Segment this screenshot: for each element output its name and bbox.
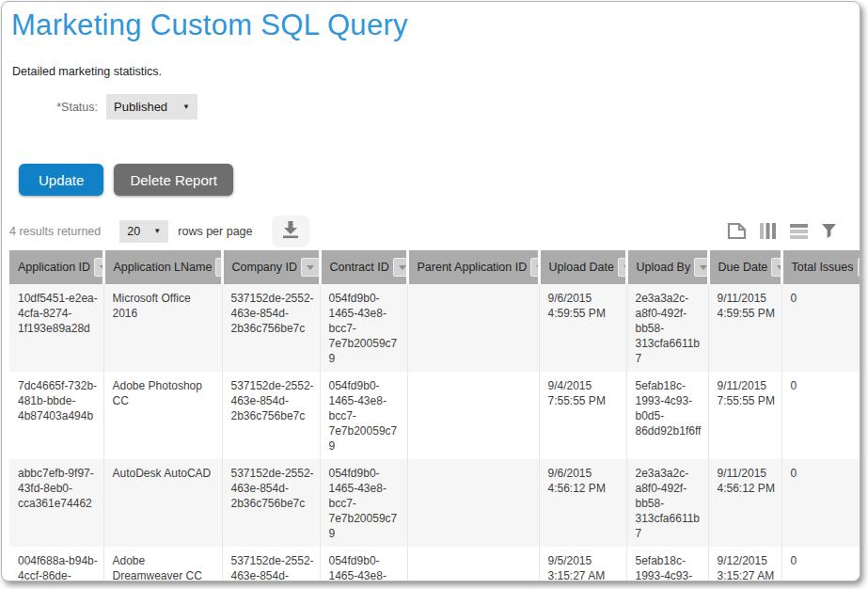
- column-header-company-id[interactable]: Company ID: [222, 250, 320, 284]
- action-buttons: Update Delete Report: [19, 164, 860, 196]
- cell-application-id: 7dc4665f-732b-481b-bbde-4b87403a494b: [9, 372, 103, 459]
- cell-application-lname: Microsoft Office 2016: [103, 284, 222, 372]
- column-header-label: Upload By: [637, 261, 691, 274]
- chevron-down-icon: [307, 265, 314, 270]
- table-row: 10df5451-e2ea-4cfa-8274-1f193e89a28d Mic…: [9, 284, 860, 372]
- cell-due-date: 9/11/2015 4:59:55 PM: [708, 284, 781, 372]
- status-field-row: *Status: Published ▼: [2, 94, 860, 119]
- column-header-label: Total Issues: [792, 261, 854, 274]
- cell-total-issues: 0: [781, 547, 860, 581]
- download-button[interactable]: [272, 215, 309, 247]
- download-icon: [280, 220, 301, 242]
- page-size-select[interactable]: 20 ▼: [119, 220, 168, 243]
- grid-view-icons: [727, 222, 837, 240]
- column-header-label: Application ID: [18, 261, 90, 274]
- cell-application-lname: AutoDesk AutoCAD: [103, 459, 222, 547]
- chevron-down-icon: ▼: [182, 103, 190, 111]
- column-filter-button[interactable]: [393, 258, 407, 277]
- column-header-due-date[interactable]: Due Date: [708, 250, 781, 284]
- table-body: 10df5451-e2ea-4cfa-8274-1f193e89a28d Mic…: [9, 284, 860, 581]
- cell-contract-id: 054fd9b0-1465-43e8-bcc7-7e7b20059c79: [320, 547, 407, 581]
- cell-company-id: 537152de-2552-463e-854d-2b36c756be7c: [222, 284, 320, 372]
- column-header-upload-date[interactable]: Upload Date: [539, 250, 626, 284]
- status-select-value: Published: [114, 100, 167, 114]
- cell-contract-id: 054fd9b0-1465-43e8-bcc7-7e7b20059c79: [320, 284, 407, 372]
- report-page: Marketing Custom SQL Query Detailed mark…: [1, 1, 860, 581]
- cell-company-id: 537152de-2552-463e-854d-2b36c756be7c: [222, 459, 320, 547]
- rows-icon[interactable]: [789, 223, 809, 239]
- cell-company-id: 537152de-2552-463e-854d-2b36c756be7c: [222, 547, 320, 581]
- column-header-label: Due Date: [718, 261, 768, 274]
- cell-upload-by: 2e3a3a2c-a8f0-492f-bb58-313cfa6611b7: [626, 459, 708, 547]
- column-filter-button[interactable]: [94, 258, 103, 277]
- status-label: *Status:: [2, 101, 98, 114]
- table-header-row: Application ID Application LName Company…: [9, 250, 860, 284]
- page-title: Marketing Custom SQL Query: [11, 4, 860, 47]
- column-filter-button[interactable]: [618, 258, 626, 277]
- cell-upload-by: 5efab18c-1993-4c93-b0d5-86dd92b1f6ff: [626, 547, 708, 581]
- results-count: 4 results returned: [9, 225, 101, 238]
- cell-upload-by: 2e3a3a2c-a8f0-492f-bb58-313cfa6611b7: [626, 284, 708, 372]
- column-header-label: Upload Date: [549, 261, 615, 274]
- cell-parent-application-id: [407, 372, 539, 459]
- cell-application-id: 004f688a-b94b-4ccf-86de-e4b9cbbb9cde: [9, 547, 103, 581]
- page-size-value: 20: [127, 225, 140, 238]
- chevron-down-icon: ▼: [153, 227, 161, 235]
- cell-parent-application-id: [407, 459, 539, 547]
- column-header-contract-id[interactable]: Contract ID: [320, 250, 407, 284]
- column-filter-button[interactable]: [771, 258, 781, 277]
- cell-parent-application-id: [407, 547, 539, 581]
- column-filter-button[interactable]: [530, 258, 539, 277]
- cell-application-lname: Adobe Photoshop CC: [103, 372, 222, 459]
- cell-upload-by: 5efab18c-1993-4c93-b0d5-86dd92b1f6ff: [626, 372, 708, 459]
- cell-contract-id: 054fd9b0-1465-43e8-bcc7-7e7b20059c79: [320, 372, 407, 459]
- cell-due-date: 9/12/2015 3:15:27 AM: [708, 547, 781, 581]
- column-header-label: Application LName: [114, 261, 213, 274]
- column-filter-button[interactable]: [215, 258, 222, 277]
- table-row: 004f688a-b94b-4ccf-86de-e4b9cbbb9cde Ado…: [9, 547, 860, 581]
- columns-icon[interactable]: [759, 222, 777, 240]
- column-header-application-lname[interactable]: Application LName: [103, 250, 222, 284]
- cell-upload-date: 9/6/2015 4:56:12 PM: [539, 459, 626, 547]
- cell-total-issues: 0: [781, 459, 860, 547]
- column-filter-button[interactable]: [301, 258, 320, 277]
- cell-application-lname: Adobe Dreamweaver CC: [103, 547, 222, 581]
- column-header-parent-application-id[interactable]: Parent Application ID: [407, 250, 539, 284]
- column-filter-button[interactable]: [858, 258, 860, 277]
- table-row: 7dc4665f-732b-481b-bbde-4b87403a494b Ado…: [9, 372, 860, 459]
- chevron-down-icon: [399, 265, 406, 270]
- table-row: abbc7efb-9f97-43fd-8eb0-cca361e74462 Aut…: [9, 459, 860, 547]
- chevron-down-icon: [700, 265, 707, 270]
- table-header: Application ID Application LName Company…: [9, 250, 860, 284]
- column-header-total-issues[interactable]: Total Issues: [781, 250, 860, 284]
- cell-due-date: 9/11/2015 7:55:55 PM: [708, 372, 781, 459]
- delete-report-button[interactable]: Delete Report: [114, 164, 233, 196]
- cell-upload-date: 9/4/2015 7:55:55 PM: [539, 372, 626, 459]
- update-button[interactable]: Update: [19, 164, 103, 196]
- status-select[interactable]: Published ▼: [106, 94, 197, 119]
- cell-contract-id: 054fd9b0-1465-43e8-bcc7-7e7b20059c79: [320, 459, 407, 547]
- cell-parent-application-id: [407, 284, 539, 372]
- export-page-icon[interactable]: [727, 222, 747, 240]
- filter-icon[interactable]: [821, 223, 837, 239]
- page-subtitle: Detailed marketing statistics.: [12, 65, 860, 79]
- cell-company-id: 537152de-2552-463e-854d-2b36c756be7c: [222, 372, 320, 459]
- cell-upload-date: 9/5/2015 3:15:27 AM: [539, 547, 626, 581]
- cell-due-date: 9/11/2015 4:56:12 PM: [708, 459, 781, 547]
- results-table: Application ID Application LName Company…: [9, 250, 860, 581]
- column-header-label: Contract ID: [330, 261, 389, 274]
- column-header-upload-by[interactable]: Upload By: [626, 250, 708, 284]
- column-header-application-id[interactable]: Application ID: [9, 250, 103, 284]
- rows-per-page-label: rows per page: [178, 225, 252, 238]
- grid-toolbar: 4 results returned 20 ▼ rows per page: [2, 215, 860, 247]
- column-header-label: Company ID: [232, 261, 297, 274]
- cell-application-id: abbc7efb-9f97-43fd-8eb0-cca361e74462: [9, 459, 103, 547]
- cell-application-id: 10df5451-e2ea-4cfa-8274-1f193e89a28d: [9, 284, 103, 372]
- cell-total-issues: 0: [781, 372, 860, 459]
- cell-total-issues: 0: [781, 284, 860, 372]
- column-header-label: Parent Application ID: [418, 261, 528, 274]
- column-filter-button[interactable]: [694, 258, 708, 277]
- cell-upload-date: 9/6/2015 4:59:55 PM: [539, 284, 626, 372]
